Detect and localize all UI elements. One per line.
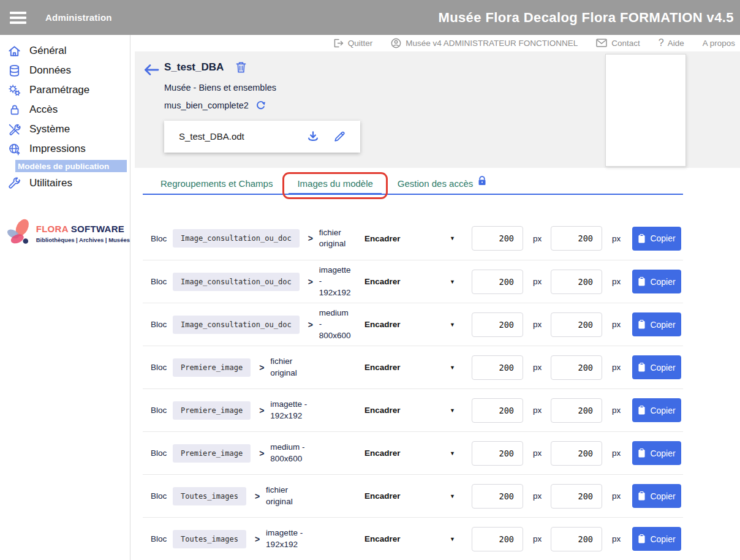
tab-images-du-modele[interactable]: Images du modèle bbox=[287, 174, 382, 194]
height-input[interactable] bbox=[551, 441, 602, 466]
variant-label: medium - 800x600 bbox=[319, 308, 364, 341]
sidebar-item-systeme[interactable]: Système bbox=[0, 119, 130, 139]
fit-select[interactable]: Encadrer ▼ bbox=[364, 234, 455, 243]
height-input[interactable] bbox=[551, 226, 602, 251]
width-input[interactable] bbox=[472, 226, 523, 251]
sidebar-item-utilitaires[interactable]: Utilitaires bbox=[0, 173, 130, 193]
administration-screen: Administration Musée Flora Decalog Flora… bbox=[0, 0, 740, 560]
fit-select[interactable]: Encadrer ▼ bbox=[364, 320, 455, 329]
copy-button-label: Copier bbox=[650, 233, 675, 243]
table-row: Bloc Image_consultation_ou_doc > imagett… bbox=[143, 260, 683, 303]
back-button[interactable] bbox=[135, 61, 164, 168]
px-label: px bbox=[612, 277, 623, 286]
fit-select-value: Encadrer bbox=[364, 491, 401, 501]
height-input[interactable] bbox=[551, 270, 602, 294]
px-label: px bbox=[612, 448, 623, 458]
edit-button[interactable] bbox=[333, 131, 345, 143]
width-input[interactable] bbox=[472, 355, 523, 380]
copy-button[interactable]: Copier bbox=[632, 227, 681, 251]
fit-select-value: Encadrer bbox=[364, 448, 401, 458]
hamburger-menu-icon[interactable] bbox=[10, 9, 26, 26]
sidebar-item-impressions[interactable]: Impressions bbox=[0, 139, 130, 159]
download-button[interactable] bbox=[306, 131, 320, 143]
width-input[interactable] bbox=[472, 441, 523, 466]
back-arrow-icon bbox=[143, 62, 160, 77]
fit-select[interactable]: Encadrer ▼ bbox=[364, 363, 455, 372]
sidebar-item-acces[interactable]: Accès bbox=[0, 100, 130, 119]
empty-dropdown-panel bbox=[605, 54, 686, 167]
chevron-right-icon: > bbox=[255, 534, 260, 544]
px-label: px bbox=[533, 363, 544, 372]
model-subtitle: Musée - Biens et ensembles bbox=[164, 83, 360, 93]
envelope-icon bbox=[596, 39, 607, 47]
px-label: px bbox=[612, 406, 623, 415]
flora-flower-icon bbox=[5, 208, 34, 258]
copy-button[interactable]: Copier bbox=[632, 355, 681, 379]
height-input[interactable] bbox=[551, 484, 602, 509]
width-input[interactable] bbox=[472, 398, 523, 423]
bloc-label: Bloc bbox=[151, 234, 169, 243]
logout-icon bbox=[333, 39, 344, 48]
sidebar-item-donnees[interactable]: Données bbox=[0, 61, 130, 80]
copy-button-label: Copier bbox=[650, 406, 675, 415]
width-input[interactable] bbox=[472, 484, 523, 509]
width-input[interactable] bbox=[472, 527, 523, 551]
copy-button[interactable]: Copier bbox=[632, 270, 681, 293]
help-link[interactable]: ? Aide bbox=[659, 37, 684, 48]
tab-label: Gestion des accès bbox=[398, 178, 473, 189]
contact-label: Contact bbox=[611, 39, 640, 48]
bloc-label: Bloc bbox=[151, 320, 169, 329]
refresh-button[interactable] bbox=[255, 100, 266, 111]
fit-select[interactable]: Encadrer ▼ bbox=[364, 448, 455, 458]
about-link[interactable]: A propos bbox=[703, 39, 735, 48]
sidebar-label: Accès bbox=[29, 104, 58, 116]
globe-icon bbox=[6, 142, 23, 156]
fit-select[interactable]: Encadrer ▼ bbox=[364, 534, 455, 543]
fit-select[interactable]: Encadrer ▼ bbox=[364, 406, 455, 415]
fit-select-value: Encadrer bbox=[364, 363, 401, 372]
images-table: Bloc Image_consultation_ou_doc > fichier… bbox=[143, 217, 683, 560]
user-account[interactable]: Musée v4 ADMINISTRATEUR FONCTIONNEL bbox=[391, 38, 578, 48]
model-title: S_test_DBA bbox=[164, 61, 224, 74]
delete-button[interactable] bbox=[236, 61, 246, 73]
height-input[interactable] bbox=[551, 398, 602, 423]
sidebar-item-parametrage[interactable]: Paramétrage bbox=[0, 80, 130, 100]
home-icon bbox=[6, 44, 23, 58]
copy-button[interactable]: Copier bbox=[632, 398, 681, 422]
chevron-down-icon: ▼ bbox=[450, 493, 455, 499]
table-row: Bloc Premiere_image > fichier original E… bbox=[143, 346, 683, 388]
tab-gestion-des-acces[interactable]: Gestion des accès bbox=[388, 174, 496, 194]
fit-select-value: Encadrer bbox=[364, 277, 401, 286]
sidebar-item-general[interactable]: Général bbox=[0, 41, 130, 61]
copy-button[interactable]: Copier bbox=[632, 312, 681, 336]
bloc-label: Bloc bbox=[151, 491, 169, 501]
width-input[interactable] bbox=[472, 312, 523, 337]
lock-icon bbox=[6, 102, 23, 117]
copy-button[interactable]: Copier bbox=[632, 441, 681, 465]
width-input[interactable] bbox=[472, 270, 523, 294]
contact-link[interactable]: Contact bbox=[596, 39, 640, 48]
model-code: mus_bien_complete2 bbox=[164, 100, 249, 110]
bloc-chip: Toutes_images bbox=[173, 530, 246, 548]
clipboard-icon bbox=[638, 448, 646, 458]
about-label: A propos bbox=[703, 39, 735, 48]
px-label: px bbox=[612, 363, 623, 372]
tabbar: Regroupements et Champs Images du modèle… bbox=[143, 174, 683, 195]
copy-button-label: Copier bbox=[650, 277, 675, 287]
px-label: px bbox=[612, 534, 623, 543]
quit-link[interactable]: Quitter bbox=[333, 39, 373, 48]
px-label: px bbox=[612, 234, 623, 243]
tab-label: Regroupements et Champs bbox=[160, 178, 273, 189]
copy-button[interactable]: Copier bbox=[632, 527, 681, 551]
tab-regroupements-et-champs[interactable]: Regroupements et Champs bbox=[151, 174, 282, 194]
fit-select[interactable]: Encadrer ▼ bbox=[364, 491, 455, 501]
fit-select-value: Encadrer bbox=[364, 234, 401, 243]
height-input[interactable] bbox=[551, 527, 602, 551]
copy-button[interactable]: Copier bbox=[632, 484, 681, 508]
sidebar-subitem-modeles-publication[interactable]: Modèles de publication bbox=[15, 160, 127, 172]
section-label: Administration bbox=[45, 12, 112, 23]
table-row: Bloc Image_consultation_ou_doc > medium … bbox=[143, 303, 683, 346]
height-input[interactable] bbox=[551, 312, 602, 337]
height-input[interactable] bbox=[551, 355, 602, 380]
fit-select[interactable]: Encadrer ▼ bbox=[364, 277, 455, 286]
